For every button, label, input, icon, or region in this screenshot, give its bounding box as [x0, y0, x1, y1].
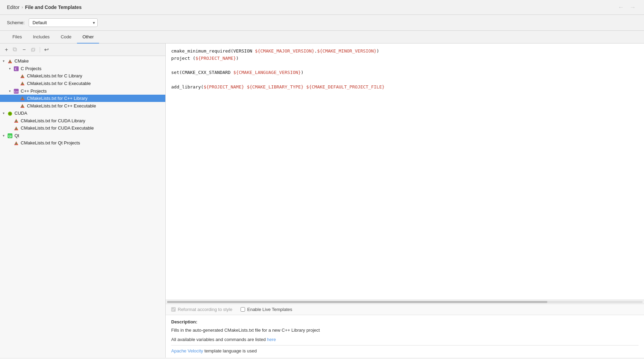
tree-label-cmake-cuda-exe: CMakeLists.txt for CUDA Executable [21, 125, 94, 131]
description-area: Description: Fills in the auto-generated… [166, 315, 644, 358]
svg-text:C++: C++ [14, 91, 19, 93]
tree-label-cmake-cpp-lib: CMakeLists.txt for C++ Library [27, 96, 88, 101]
clone-button[interactable] [29, 46, 37, 54]
svg-point-29 [9, 113, 11, 115]
velocity-link[interactable]: Apache Velocity [171, 348, 203, 353]
remove-button[interactable]: − [21, 46, 27, 54]
tree-label-c-projects: C Projects [21, 66, 41, 71]
tree-item-cmake-cpp-exe[interactable]: ▸ CMakeLists.txt for C++ Executable [0, 102, 165, 110]
svg-rect-0 [14, 48, 17, 51]
live-templates-checkbox[interactable] [241, 307, 245, 312]
tree-label-cmake-cpp-exe: CMakeLists.txt for C++ Executable [27, 103, 96, 108]
cmake-icon [8, 58, 12, 64]
live-templates-option[interactable]: Enable Live Templates [241, 307, 292, 312]
editor-panel: cmake_minimum_required(VERSION ${CMAKE_M… [166, 44, 644, 358]
copy-button[interactable] [11, 46, 19, 54]
c-projects-icon: C [14, 66, 19, 72]
tree-item-cmake-c-lib[interactable]: ▸ CMakeLists.txt for C Library [0, 72, 165, 80]
cmake-qt-proj-icon [14, 140, 19, 146]
tabs-row: Files Includes Code Other [0, 31, 644, 44]
breadcrumb-editor: Editor [7, 4, 20, 10]
file-tree[interactable]: ▾ CMake ▾ C [0, 56, 165, 358]
main-content: + − ↩ ▾ [0, 44, 644, 358]
reformat-label: Reformat according to style [178, 307, 232, 312]
tree-label-cmake: CMake [14, 58, 29, 64]
tree-item-cpp-projects[interactable]: ▾ C++ C++ Projects [0, 87, 165, 95]
available-text: All available variables and commands are… [171, 337, 266, 342]
tree-item-qt[interactable]: ▾ Qt Qt [0, 132, 165, 140]
scheme-row: Scheme: Default Project IDE [0, 15, 644, 31]
breadcrumb-separator: › [22, 5, 23, 10]
tree-label-cmake-qt-proj: CMakeLists.txt for Qt Projects [21, 140, 80, 145]
tree-label-cpp-projects: C++ Projects [21, 88, 47, 94]
tree-item-cmake-c-exe[interactable]: ▸ CMakeLists.txt for C Executable [0, 80, 165, 87]
tab-includes[interactable]: Includes [27, 31, 55, 44]
tree-item-c-projects[interactable]: ▾ C C Projects [0, 65, 165, 73]
svg-text:Qt: Qt [8, 134, 12, 138]
tree-item-cmake-cuda-exe[interactable]: ▸ CMakeLists.txt for CUDA Executable [0, 124, 165, 132]
description-text: Fills in the auto-generated CMakeLists.t… [171, 327, 638, 334]
reformat-option[interactable]: Reformat according to style [171, 307, 232, 312]
cmake-cuda-exe-icon [14, 125, 19, 131]
cuda-icon [8, 111, 12, 116]
qt-icon: Qt [8, 133, 12, 139]
nav-buttons: ← → [616, 3, 637, 11]
tree-label-cmake-c-lib: CMakeLists.txt for C Library [27, 73, 82, 78]
expand-icon-c-projects: ▾ [9, 67, 14, 70]
live-templates-label: Enable Live Templates [247, 307, 292, 312]
cmake-cpp-exe-icon [20, 103, 25, 108]
cmake-c-exe-icon [20, 81, 25, 86]
tab-files[interactable]: Files [7, 31, 27, 44]
tree-label-qt: Qt [14, 133, 19, 138]
velocity-line: Apache Velocity template language is use… [171, 345, 638, 355]
scheme-label: Scheme: [7, 20, 25, 25]
expand-icon-cuda: ▾ [3, 111, 8, 115]
description-label: Description: [171, 319, 638, 325]
here-link[interactable]: here [267, 337, 276, 342]
nav-forward-button[interactable]: → [628, 3, 637, 11]
nav-back-button[interactable]: ← [616, 3, 625, 11]
tree-item-cmake[interactable]: ▾ CMake [0, 57, 165, 65]
tab-other[interactable]: Other [77, 31, 99, 44]
tree-item-cmake-qt-proj[interactable]: ▸ CMakeLists.txt for Qt Projects [0, 139, 165, 147]
breadcrumb: Editor › File and Code Templates [7, 4, 81, 10]
svg-rect-1 [13, 48, 16, 50]
tab-code[interactable]: Code [55, 31, 77, 44]
description-available: All available variables and commands are… [171, 336, 638, 343]
reformat-checkbox[interactable] [171, 307, 176, 312]
tree-label-cmake-c-exe: CMakeLists.txt for C Executable [27, 81, 91, 86]
scrollbar-track [167, 301, 643, 303]
svg-text:C: C [15, 67, 17, 71]
tree-item-cmake-cuda-lib[interactable]: ▸ CMakeLists.txt for CUDA Library [0, 117, 165, 125]
cmake-c-lib-icon [20, 73, 25, 79]
code-editor[interactable]: cmake_minimum_required(VERSION ${CMAKE_M… [166, 44, 644, 300]
toolbar-separator [40, 47, 40, 53]
svg-rect-2 [31, 49, 34, 51]
cmake-cuda-lib-icon [14, 118, 19, 124]
options-row: Reformat according to style Enable Live … [166, 304, 644, 315]
horizontal-scrollbar[interactable] [166, 300, 644, 304]
cmake-cpp-lib-icon [20, 96, 25, 101]
scheme-select[interactable]: Default Project IDE [29, 18, 98, 27]
tree-panel: + − ↩ ▾ [0, 44, 166, 358]
velocity-suffix: template language is used [203, 348, 257, 353]
expand-icon-cpp-projects: ▾ [9, 89, 14, 93]
header: Editor › File and Code Templates ← → [0, 0, 644, 15]
reset-button[interactable]: ↩ [43, 46, 50, 54]
tree-label-cmake-cuda-lib: CMakeLists.txt for CUDA Library [21, 118, 85, 123]
expand-icon-qt: ▾ [3, 134, 8, 138]
cpp-projects-icon: C++ [14, 88, 19, 94]
toolbar: + − ↩ [0, 44, 165, 56]
tree-item-cuda[interactable]: ▾ CUDA [0, 110, 165, 117]
scrollbar-thumb [167, 301, 547, 303]
tree-item-cmake-cpp-lib[interactable]: ▸ CMakeLists.txt for C++ Library [0, 95, 165, 102]
svg-rect-3 [32, 48, 35, 51]
add-button[interactable]: + [3, 46, 9, 54]
scheme-select-wrapper: Default Project IDE [29, 18, 98, 27]
tree-label-cuda: CUDA [14, 111, 27, 116]
expand-icon-cmake: ▾ [3, 59, 8, 63]
breadcrumb-page: File and Code Templates [25, 4, 82, 10]
